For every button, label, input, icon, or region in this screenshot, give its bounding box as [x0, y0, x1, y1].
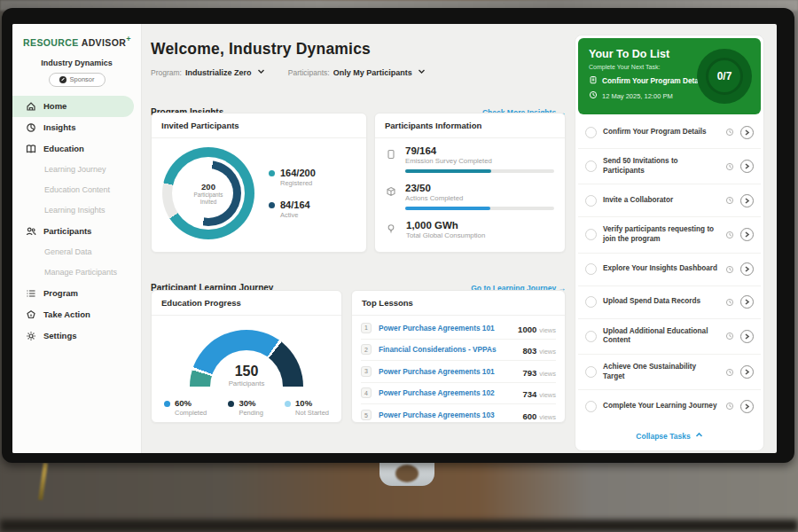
sidebar-item-education-content[interactable]: Education Content: [12, 180, 141, 200]
chevron-right-icon[interactable]: [740, 262, 754, 276]
sidebar-item-label: Learning Journey: [44, 165, 106, 174]
task-label: Upload Additional Educational Content: [603, 327, 719, 346]
stat-label: Actions Completed: [405, 194, 554, 202]
page-title: Welcome, Industry Dynamics: [151, 40, 566, 59]
clock-icon: [725, 159, 734, 175]
chevron-right-icon[interactable]: [740, 126, 754, 139]
progress-track: [405, 169, 554, 173]
card-title: Invited Participants: [152, 113, 366, 138]
todo-task-row[interactable]: Invite a Collaborator: [578, 184, 761, 217]
donut-legend: 164/200 Registered 84/164 Active: [269, 168, 316, 219]
legend-value: 84/164: [280, 200, 310, 210]
chevron-up-icon: [695, 431, 703, 441]
todo-task-list: Confirm Your Program Details Send 50 Inv…: [578, 116, 761, 422]
stat-label: Emission Survey Completed: [405, 157, 554, 165]
sidebar-item-general-data[interactable]: General Data: [12, 242, 141, 262]
lesson-link[interactable]: Financial Considerations - VPPAs: [379, 345, 515, 354]
logo-resource: RESOURCE: [23, 37, 79, 48]
stat-row: 79/164 Emission Survey Completed: [386, 145, 554, 173]
sidebar-item-label: Participants: [43, 226, 91, 236]
list-icon: [25, 287, 36, 299]
sidebar-item-home[interactable]: Home: [12, 96, 134, 117]
todo-task-row[interactable]: Upload Additional Educational Content: [578, 319, 761, 355]
org-name: Industry Dynamics: [12, 59, 141, 67]
task-label: Achieve One Sustainability Target: [603, 363, 719, 381]
stat-label: Total Global Consumption: [406, 231, 485, 239]
stat-value: 23/50: [405, 183, 554, 193]
lesson-row: 1 Power Purchase Agreements 101 1000view…: [361, 317, 556, 340]
progress-fill: [405, 169, 491, 173]
sidebar-item-education[interactable]: Education: [12, 138, 141, 160]
task-checkbox[interactable]: [585, 296, 597, 308]
legend-dot-not-started: [285, 401, 291, 407]
sidebar-item-participants[interactable]: Participants: [12, 221, 141, 242]
lesson-link[interactable]: Power Purchase Agreements 101: [379, 324, 511, 332]
todo-task-row[interactable]: Confirm Your Program Details: [578, 116, 761, 149]
sidebar-item-manage-participants[interactable]: Manage Participants: [12, 262, 141, 283]
todo-task-row[interactable]: Verify participants requesting to join t…: [578, 217, 761, 253]
chevron-right-icon[interactable]: [740, 194, 754, 207]
sidebar: RESOURCE ADVISOR+ Industry Dynamics Spon…: [12, 24, 142, 453]
lesson-link[interactable]: Power Purchase Agreements 103: [379, 411, 515, 419]
todo-task-row[interactable]: Explore Your Insights Dashboard: [578, 254, 761, 286]
task-checkbox[interactable]: [585, 195, 597, 207]
progress-fill: [405, 207, 490, 210]
insights-icon: [25, 121, 36, 133]
program-dropdown[interactable]: Program:Industrialize Zero: [151, 67, 265, 77]
clock-icon: [725, 294, 734, 310]
clock-icon: [725, 124, 734, 140]
chevron-right-icon[interactable]: [740, 295, 754, 309]
legend-pct: 10%: [295, 398, 329, 408]
sidebar-item-take-action[interactable]: Take Action: [12, 304, 141, 325]
lesson-link[interactable]: Power Purchase Agreements 102: [379, 388, 515, 397]
legend-dot-completed: [164, 401, 170, 407]
chevron-down-icon: [418, 68, 426, 77]
stat-value: 79/164: [405, 145, 554, 156]
task-checkbox[interactable]: [585, 127, 597, 138]
sidebar-item-settings[interactable]: Settings: [12, 325, 141, 347]
book-icon: [25, 143, 36, 154]
participants-label: Participants:: [288, 68, 330, 77]
todo-task-row[interactable]: Complete Your Learning Journey: [578, 390, 761, 422]
clock-icon: [725, 262, 734, 278]
chevron-down-icon: [257, 68, 265, 77]
task-checkbox[interactable]: [585, 366, 597, 378]
invited-donut-chart: 200 Participants Invited: [162, 147, 254, 239]
lesson-row: 4 Power Purchase Agreements 102 734views: [361, 383, 556, 405]
dashboard-screen: RESOURCE ADVISOR+ Industry Dynamics Spon…: [12, 24, 777, 453]
legend-dot-pending: [228, 401, 234, 407]
task-checkbox[interactable]: [585, 229, 597, 240]
todo-task-row[interactable]: Achieve One Sustainability Target: [578, 355, 761, 390]
participants-dropdown[interactable]: Participants:Only My Participants: [288, 67, 426, 77]
sidebar-item-label: Learning Insights: [44, 206, 106, 215]
legend-label: Not Started: [295, 409, 329, 417]
task-checkbox[interactable]: [585, 160, 597, 172]
chevron-right-icon[interactable]: [740, 365, 754, 379]
sponsor-badge: Sponsor: [49, 73, 106, 87]
sidebar-item-program[interactable]: Program: [12, 283, 141, 304]
lesson-row: 3 Power Purchase Agreements 101 793views: [361, 361, 556, 383]
task-checkbox[interactable]: [585, 331, 597, 342]
task-checkbox[interactable]: [585, 401, 597, 412]
todo-task-row[interactable]: Upload Spend Data Records: [578, 286, 761, 319]
chevron-right-icon[interactable]: [740, 330, 754, 343]
chevron-right-icon[interactable]: [740, 400, 754, 413]
todo-task-row[interactable]: Send 50 Invitations to Participants: [578, 149, 761, 184]
chevron-right-icon[interactable]: [740, 228, 754, 241]
collapse-tasks-link[interactable]: Collapse Tasks: [578, 422, 761, 448]
lesson-rank: 5: [361, 410, 372, 420]
sidebar-item-learning-journey[interactable]: Learning Journey: [12, 160, 141, 180]
lesson-link[interactable]: Power Purchase Agreements 101: [379, 367, 515, 376]
legend-label: Active: [280, 211, 310, 219]
chevron-right-icon[interactable]: [740, 160, 754, 173]
sidebar-nav: Home Insights Education Learning Journey…: [12, 96, 141, 347]
task-label: Confirm Your Program Details: [603, 128, 719, 137]
people-icon: [25, 225, 36, 237]
task-label: Upload Spend Data Records: [603, 297, 719, 307]
sidebar-item-insights[interactable]: Insights: [12, 117, 141, 138]
sidebar-item-learning-insights[interactable]: Learning Insights: [12, 200, 141, 221]
sidebar-item-label: Home: [43, 101, 66, 111]
task-label: Verify participants requesting to join t…: [603, 225, 719, 244]
task-checkbox[interactable]: [585, 263, 597, 275]
lesson-views: 600: [522, 411, 536, 421]
